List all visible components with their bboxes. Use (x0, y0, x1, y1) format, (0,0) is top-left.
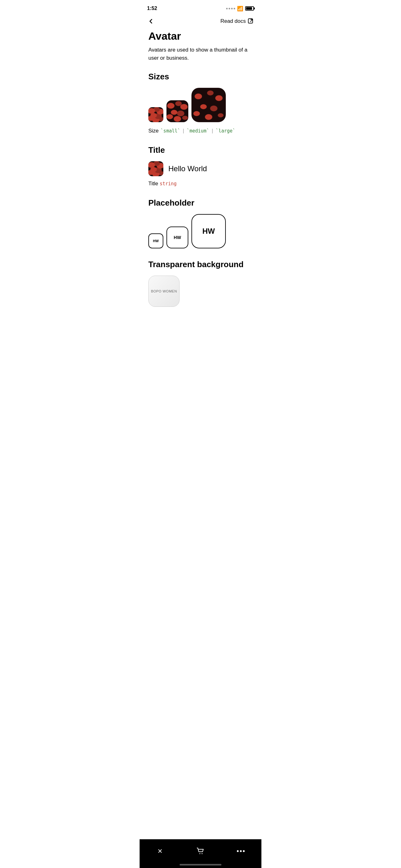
nav-bar: Read docs (140, 15, 261, 30)
bopo-women-label: BOPO WOMEN (151, 289, 177, 293)
divider-2: | (212, 128, 213, 134)
status-time: 1:52 (147, 6, 157, 11)
main-content: Avatar Avatars are used to show a thumbn… (140, 30, 261, 349)
transparent-avatar: BOPO WOMEN (148, 276, 179, 307)
placeholder-small: HW (148, 234, 163, 248)
page-title: Avatar (148, 30, 253, 42)
external-link-icon (248, 18, 254, 24)
avatar-sizes-row (148, 88, 253, 122)
signal-icon (226, 8, 235, 9)
placeholder-large: HW (192, 214, 226, 248)
title-section: Title Hello World Title string (148, 145, 253, 187)
placeholder-medium: HW (166, 226, 188, 248)
hello-world-text: Hello World (168, 164, 207, 173)
title-section-title: Title (148, 145, 253, 155)
size-large-code: `large` (215, 128, 235, 134)
status-icons: 📶 (226, 6, 254, 11)
size-label-row: Size `small` | `medium` | `large` (148, 128, 253, 134)
divider-1: | (183, 128, 184, 134)
avatar-medium (166, 100, 188, 122)
read-docs-label: Read docs (221, 18, 246, 24)
placeholder-initials-small: HW (153, 239, 159, 243)
avatar-large (192, 88, 226, 122)
back-arrow-icon (147, 18, 155, 25)
back-button[interactable] (147, 18, 155, 25)
size-small-code: `small` (161, 128, 180, 134)
placeholder-initials-large: HW (202, 227, 215, 236)
transparent-bg-title: Transparent background (148, 260, 253, 269)
placeholder-section-title: Placeholder (148, 198, 253, 208)
avatar-title-img (148, 161, 163, 176)
sizes-section: Sizes Size `small` | `medium` | `large` (148, 72, 253, 134)
battery-icon (245, 6, 254, 11)
title-type-label: Title (148, 181, 158, 187)
title-type-code: string (160, 181, 176, 187)
read-docs-button[interactable]: Read docs (221, 18, 254, 24)
page-description: Avatars are used to show a thumbnail of … (148, 46, 253, 62)
avatar-title-row: Hello World (148, 161, 253, 176)
size-text: Size (148, 128, 159, 134)
avatar-small (148, 107, 163, 122)
placeholder-initials-medium: HW (174, 235, 181, 240)
size-medium-code: `medium` (187, 128, 209, 134)
type-label-row: Title string (148, 181, 253, 187)
transparent-bg-section: Transparent background BOPO WOMEN (148, 260, 253, 307)
sizes-section-title: Sizes (148, 72, 253, 82)
wifi-icon: 📶 (237, 6, 243, 11)
placeholder-section: Placeholder HW HW HW (148, 198, 253, 248)
placeholder-row: HW HW HW (148, 214, 253, 248)
status-bar: 1:52 📶 (140, 0, 261, 15)
